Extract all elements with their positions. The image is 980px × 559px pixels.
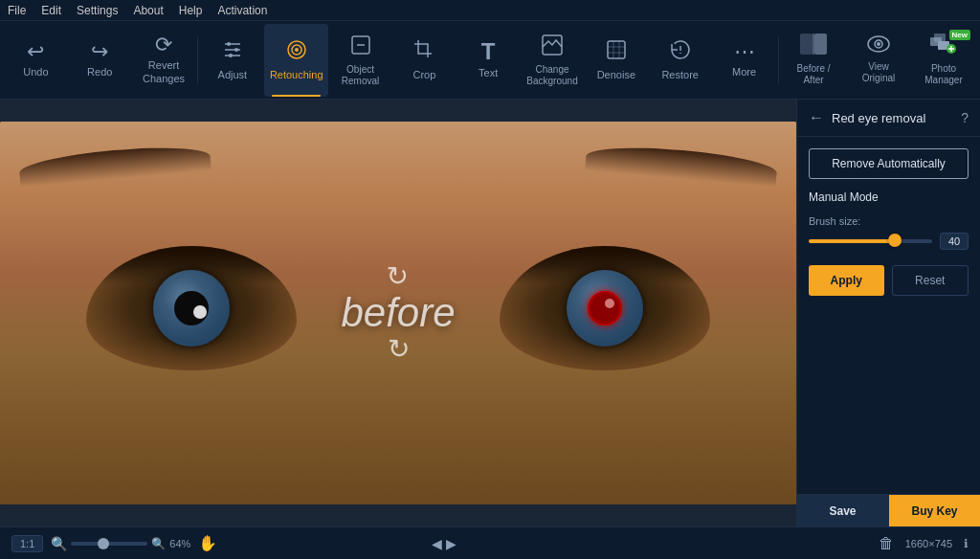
eye-right: [500, 246, 710, 370]
next-arrow[interactable]: ▶: [446, 536, 457, 551]
retouching-button[interactable]: Retouching: [264, 24, 328, 97]
trash-icon[interactable]: 🗑: [879, 535, 894, 552]
before-arrow-top: ↺: [388, 263, 410, 290]
retouching-icon: [285, 38, 308, 65]
separator-1: [197, 36, 198, 84]
brush-size-control: Brush size: 40: [809, 215, 969, 250]
text-button[interactable]: T Text: [457, 24, 521, 97]
panel-header: ← Red eye removal ?: [797, 100, 980, 137]
change-bg-button[interactable]: Change Background: [521, 24, 585, 97]
before-after-label: Before /After: [796, 63, 830, 86]
right-panel: ← Red eye removal ? Remove Automatically…: [796, 100, 980, 526]
more-button[interactable]: ⋯ More: [712, 24, 776, 97]
main-area: ↺ before ↻ ← Red eye removal ? Remove Au…: [0, 100, 980, 526]
brush-slider-row: 40: [809, 233, 969, 250]
redo-label: Redo: [87, 66, 112, 78]
restore-button[interactable]: Restore: [648, 24, 712, 97]
text-label: Text: [479, 67, 498, 79]
canvas-area[interactable]: ↺ before ↻: [0, 100, 796, 526]
adjust-button[interactable]: Adjust: [200, 24, 264, 97]
before-after-button[interactable]: Before /After: [781, 24, 846, 97]
change-bg-label: Change Background: [526, 64, 577, 87]
redo-icon: ↪: [91, 41, 108, 62]
photo-canvas: ↺ before ↻: [0, 122, 796, 504]
svg-point-4: [234, 48, 238, 52]
status-left: 1:1 🔍 🔍 64% ✋: [11, 534, 217, 552]
status-bar: 1:1 🔍 🔍 64% ✋ ◀ ▶ 🗑 1660×745 ℹ: [0, 526, 980, 559]
menu-edit[interactable]: Edit: [41, 4, 61, 17]
restore-icon: [669, 38, 692, 65]
eyebrow-right: [585, 142, 778, 187]
save-button[interactable]: Save: [797, 495, 889, 526]
retouching-label: Retouching: [270, 69, 323, 81]
highlight-right: [605, 299, 614, 308]
manual-mode-label: Manual Mode: [809, 190, 969, 204]
denoise-label: Denoise: [597, 69, 635, 81]
revert-icon: ⟳: [155, 34, 172, 56]
zoom-in-icon[interactable]: 🔍: [151, 537, 166, 550]
pupil-left: [174, 291, 209, 325]
adjust-label: Adjust: [218, 69, 248, 81]
before-text: before: [341, 290, 455, 336]
svg-rect-15: [800, 34, 813, 55]
iris-left: [153, 270, 230, 347]
crop-label: Crop: [412, 69, 435, 81]
brush-slider-fill: [809, 239, 895, 243]
photo-background: ↺ before ↻: [0, 122, 796, 504]
action-buttons: Apply Reset: [809, 265, 969, 296]
adjust-icon: [221, 38, 244, 65]
photo-manager-button[interactable]: New PhotoManager: [911, 24, 976, 97]
more-label: More: [732, 66, 756, 78]
remove-auto-button[interactable]: Remove Automatically: [809, 148, 969, 179]
highlight-left: [193, 305, 207, 319]
back-button[interactable]: ←: [809, 109, 824, 126]
menu-about[interactable]: About: [133, 4, 163, 17]
revert-button[interactable]: ⟳ Revert Changes: [132, 24, 196, 97]
menu-help[interactable]: Help: [179, 4, 203, 17]
before-arrow-bottom: ↻: [388, 336, 410, 363]
zoom-percent: 64%: [169, 538, 190, 549]
apply-button[interactable]: Apply: [809, 265, 884, 296]
status-right: 🗑 1660×745 ℹ: [879, 535, 969, 552]
info-icon[interactable]: ℹ: [964, 537, 969, 550]
image-dimensions: 1660×745: [905, 538, 952, 549]
menu-bar: File Edit Settings About Help Activation: [0, 0, 980, 21]
svg-point-20: [877, 42, 880, 46]
before-overlay: ↺ before ↻: [341, 263, 455, 363]
svg-point-8: [295, 48, 299, 52]
object-removal-label: Object Removal: [342, 64, 379, 87]
zoom-slider-thumb: [98, 538, 109, 549]
undo-button[interactable]: ↩ Undo: [4, 24, 68, 97]
panel-body: Remove Automatically Manual Mode Brush s…: [797, 137, 980, 307]
buy-key-button[interactable]: Buy Key: [889, 495, 980, 526]
hand-tool-icon[interactable]: ✋: [198, 534, 217, 552]
prev-arrow[interactable]: ◀: [432, 536, 442, 551]
view-original-button[interactable]: ViewOriginal: [846, 24, 911, 97]
eyebrow-left: [18, 142, 212, 187]
menu-settings[interactable]: Settings: [77, 4, 118, 17]
crop-button[interactable]: Crop: [392, 24, 457, 97]
panel-title: Red eye removal: [832, 111, 953, 125]
reset-button[interactable]: Reset: [892, 265, 969, 296]
brush-size-label: Brush size:: [809, 215, 969, 227]
text-icon: T: [481, 40, 496, 63]
eye-socket-right: [500, 246, 710, 370]
object-removal-button[interactable]: Object Removal: [328, 24, 392, 97]
separator-right: [778, 36, 779, 84]
redo-button[interactable]: ↪ Redo: [68, 24, 132, 97]
menu-file[interactable]: File: [8, 4, 26, 17]
brush-size-slider[interactable]: [809, 239, 932, 243]
zoom-slider[interactable]: [71, 542, 147, 546]
menu-activation[interactable]: Activation: [217, 4, 267, 17]
zoom-out-icon[interactable]: 🔍: [51, 536, 67, 551]
zoom-control: 🔍 🔍 64%: [51, 536, 190, 551]
ratio-button[interactable]: 1:1: [11, 535, 43, 552]
panel-footer: Save Buy Key: [797, 494, 980, 526]
denoise-button[interactable]: Denoise: [584, 24, 648, 97]
object-removal-icon: [349, 34, 372, 60]
svg-point-5: [229, 54, 233, 57]
svg-rect-16: [814, 34, 827, 55]
eye-left: [86, 246, 297, 370]
help-button[interactable]: ?: [961, 110, 969, 125]
toolbar-right: Before /After ViewOriginal New: [776, 24, 976, 97]
